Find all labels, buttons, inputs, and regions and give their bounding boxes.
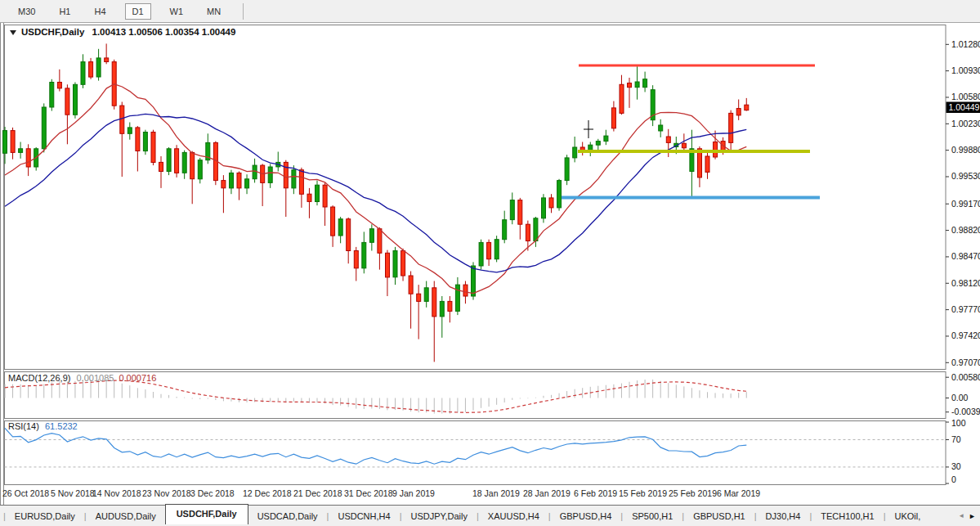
tab-symbol-tech100-h1[interactable]: TECH100,H1 (812, 508, 883, 524)
tab-symbol-usdchf-daily[interactable]: USDCHF,Daily (165, 504, 248, 524)
price-axis-label: 0.97070 (951, 357, 980, 367)
current-price-tag: 1.00449 (946, 102, 980, 114)
toolbar-divider (243, 3, 244, 20)
date-axis-label: 28 Jan 2019 (523, 488, 571, 498)
tab-symbol-gbpusd-h4[interactable]: GBPUSD,H4 (551, 508, 621, 524)
date-axis-label: 9 Jan 2019 (392, 488, 435, 498)
macd-label: MACD(12,26,9) 0.001085 0.000716 (8, 373, 156, 383)
price-axis-label: 0.98820 (951, 225, 980, 235)
date-axis-label: 31 Dec 2018 (344, 488, 393, 498)
price-axis-label: 1.00230 (951, 119, 980, 128)
price-axis-label: 1.00930 (951, 65, 980, 75)
date-axis-label: 21 Dec 2018 (293, 488, 342, 498)
date-axis-label: 6 Feb 2019 (574, 488, 617, 498)
tab-symbol-ukoil-[interactable]: UKOil, (886, 508, 930, 524)
date-axis-label: 14 Nov 2018 (92, 488, 141, 498)
date-axis-label: 12 Dec 2018 (243, 488, 292, 498)
tab-symbol-eurusd-daily[interactable]: EURUSD,Daily (6, 508, 84, 524)
date-axis-label: 15 Feb 2019 (619, 488, 667, 498)
price-axis-label: 0.99880 (951, 145, 980, 155)
rsi-axis-label: 0 (951, 474, 956, 484)
rsi-axis-label: 70 (951, 434, 961, 444)
symbol-tabbar: |EURUSD,Daily|AUDUSD,DailyUSDCHF,DailyUS… (0, 505, 980, 526)
tab-symbol-usdcad-daily[interactable]: USDCAD,Daily (248, 508, 327, 524)
date-axis-label: 3 Dec 2018 (190, 488, 235, 498)
price-axis-label: 0.97770 (951, 304, 980, 314)
date-axis-label: 6 Mar 2019 (717, 488, 760, 498)
tab-timeframe-d1[interactable]: D1 (125, 3, 151, 20)
price-axis-label: 0.97420 (951, 330, 980, 340)
price-axis-label: 0.98120 (951, 278, 980, 288)
tab-timeframe-h4[interactable]: H4 (89, 3, 110, 20)
chart-window[interactable]: 1.012801.009301.005801.002300.998800.995… (0, 23, 980, 505)
tab-timeframe-w1[interactable]: W1 (165, 3, 189, 20)
tab-symbol-xauusd-h4[interactable]: XAUUSD,H4 (479, 508, 548, 524)
date-axis-label: 25 Feb 2019 (669, 488, 717, 498)
macd-axis-label: -0.003945 (951, 407, 980, 416)
tab-timeframe-mn[interactable]: MN (202, 3, 226, 20)
price-axis-label: 1.01280 (951, 39, 980, 49)
price-axis-label: 1.00580 (951, 92, 980, 101)
tab-symbol-audusd-daily[interactable]: AUDUSD,Daily (87, 508, 165, 524)
tab-symbol-dj30-h4[interactable]: DJ30,H4 (757, 508, 810, 524)
tab-symbol-usdcnh-h4[interactable]: USDCNH,H4 (329, 508, 399, 524)
rsi-axis-label: 30 (951, 461, 961, 471)
macd-axis-label: 0.00 (951, 393, 969, 402)
price-axis-label: 0.99530 (951, 171, 980, 181)
chart-title: USDCHF,Daily 1.00413 1.00506 1.00354 1.0… (21, 27, 235, 37)
timeframe-toolbar: M30H1H4D1W1MN (0, 0, 980, 23)
price-axis-label: 0.98470 (951, 251, 980, 261)
svg-text:1.00449: 1.00449 (949, 102, 980, 112)
date-axis-label: 5 Nov 2018 (51, 488, 95, 498)
tab-symbol-gbpusd-h1[interactable]: GBPUSD,H1 (684, 508, 754, 524)
date-axis-label: 23 Nov 2018 (142, 488, 191, 498)
scroll-right-icon[interactable]: ► (969, 512, 976, 520)
scroll-left-icon[interactable]: ◄ (958, 512, 964, 519)
date-axis-label: 26 Oct 2018 (2, 488, 49, 498)
rsi-axis-label: 100 (951, 418, 966, 428)
tab-symbol-sp500-h1[interactable]: SP500,H1 (623, 508, 682, 524)
tab-timeframe-m30[interactable]: M30 (13, 3, 40, 20)
macd-axis-label: 0.005802 (951, 372, 980, 382)
tab-symbol-usdjpy-daily[interactable]: USDJPY,Daily (402, 508, 477, 524)
price-axis-label: 0.99170 (951, 199, 980, 209)
tab-timeframe-h1[interactable]: H1 (54, 3, 75, 20)
date-axis-label: 18 Jan 2019 (472, 488, 520, 498)
